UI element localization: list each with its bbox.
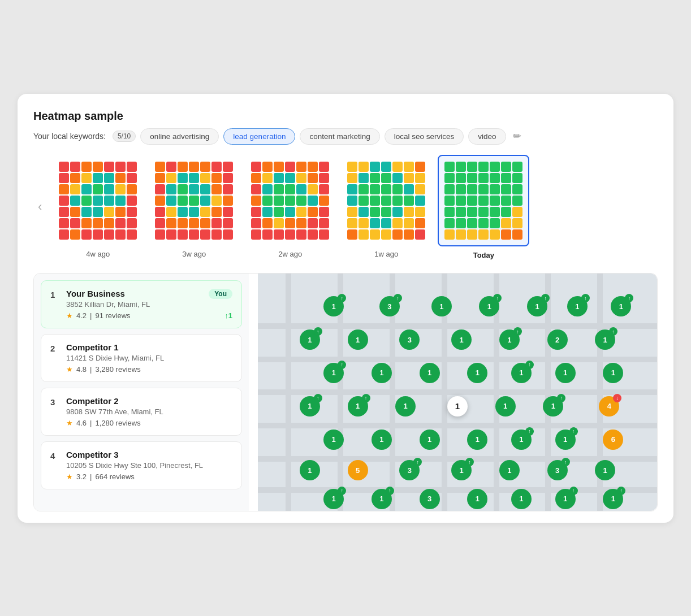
- map-pin[interactable]: 1: [603, 363, 623, 383]
- map-pin[interactable]: 1: [372, 430, 392, 450]
- keyword-chip-local-seo-services[interactable]: local seo services: [385, 128, 464, 145]
- heatmap-cell: [274, 162, 284, 172]
- map-pin[interactable]: 3: [399, 329, 420, 350]
- arrow-up-icon: ↑: [386, 487, 394, 495]
- map-pin[interactable]: 1: [595, 460, 615, 480]
- map-pin[interactable]: 1↑: [499, 329, 520, 350]
- map-pin[interactable]: 1: [495, 396, 516, 417]
- heatmap-cell: [415, 218, 425, 228]
- map-pin[interactable]: 1↑: [323, 296, 344, 316]
- heatmap-cell: [444, 184, 455, 194]
- map-pin[interactable]: 1↑: [527, 296, 547, 316]
- map-pin[interactable]: 1↑: [323, 489, 344, 509]
- map-pin[interactable]: 1↑: [323, 363, 344, 383]
- keyword-chip-content-marketing[interactable]: content marketing: [300, 128, 379, 145]
- map-pin[interactable]: 1↑: [300, 329, 320, 350]
- map-pin[interactable]: 1↑: [451, 460, 472, 480]
- map-pin[interactable]: 1↑: [595, 329, 615, 350]
- map-pin-circle: 6: [603, 430, 623, 450]
- heatmap-cell: [59, 207, 69, 217]
- map-pin[interactable]: 1↑: [511, 430, 532, 450]
- arrow-up-icon: ↑: [617, 487, 625, 495]
- competitor-1-card[interactable]: 2 Competitor 1 11421 S Dixie Hwy, Miami,…: [41, 334, 242, 382]
- heatmap-cell: [308, 162, 318, 172]
- map-pin[interactable]: 6: [603, 430, 623, 450]
- map-pin[interactable]: 1↑: [511, 363, 532, 383]
- map-pin[interactable]: 1: [372, 363, 392, 383]
- map-pin[interactable]: 1↑: [555, 489, 576, 509]
- heatmap-cell: [262, 218, 273, 228]
- heatmap-cell: [70, 207, 80, 217]
- prev-arrow[interactable]: ‹: [33, 197, 46, 216]
- your-business-reviews: 91 reviews: [95, 311, 130, 320]
- map-pin[interactable]: 2: [547, 329, 568, 350]
- heatmap-cell: [512, 162, 522, 172]
- keyword-chip-online-advertising[interactable]: online advertising: [140, 128, 219, 145]
- edit-keywords-icon[interactable]: ✏: [513, 130, 521, 142]
- your-business-card[interactable]: 1 Your Business You 3852 Killian Dr, Mia…: [41, 280, 242, 328]
- map-pin[interactable]: 1↑: [372, 489, 392, 509]
- map-pin[interactable]: 1: [420, 430, 440, 450]
- arrow-up-icon: ↑: [562, 458, 570, 466]
- map-pin[interactable]: 4↓: [599, 396, 619, 417]
- heatmap-cell: [104, 196, 114, 206]
- map-pin[interactable]: 3↑: [547, 460, 568, 480]
- your-business-info: Your Business You 3852 Killian Dr, Miami…: [66, 289, 232, 320]
- competitor-3-card[interactable]: 4 Competitor 3 10205 S Dixie Hwy Ste 100…: [41, 441, 242, 489]
- heatmap-label-2w: 2w ago: [278, 250, 302, 258]
- heatmap-cell: [223, 218, 233, 228]
- heatmap-4w[interactable]: 4w ago: [53, 156, 142, 258]
- heatmap-today[interactable]: Today: [438, 155, 529, 259]
- heatmap-1w[interactable]: 1w ago: [342, 156, 431, 258]
- map-pin[interactable]: 1↑: [348, 396, 368, 417]
- map-pin[interactable]: 1: [467, 430, 487, 450]
- heatmap-cell: [285, 207, 295, 217]
- map-pin[interactable]: 1: [420, 363, 440, 383]
- map-pin[interactable]: 1↑: [567, 296, 588, 316]
- heatmap-cell: [59, 218, 69, 228]
- heatmap-cell: [404, 196, 414, 206]
- map-pin-circle: 1↑: [527, 296, 547, 316]
- map-pin[interactable]: 1: [395, 396, 416, 417]
- map-pin[interactable]: 1↑: [479, 296, 499, 316]
- map-pin[interactable]: 3↑: [399, 460, 420, 480]
- heatmap-cell: [456, 207, 466, 217]
- map-pin[interactable]: 1↑: [611, 296, 631, 316]
- heatmap-2w[interactable]: 2w ago: [245, 156, 335, 258]
- map-pin[interactable]: 1: [300, 460, 320, 480]
- heatmap-cell: [392, 162, 403, 172]
- heatmap-cell: [404, 184, 414, 194]
- map-pin[interactable]: 3↑: [379, 296, 400, 316]
- heatmap-cell: [370, 184, 380, 194]
- map-pin[interactable]: 1: [447, 396, 468, 417]
- map-pin[interactable]: 1↑: [603, 489, 623, 509]
- arrow-up-icon: ↑: [394, 294, 402, 302]
- map-pin[interactable]: 1: [511, 489, 532, 509]
- competitor-2-card[interactable]: 3 Competitor 2 9808 SW 77th Ave, Miami, …: [41, 388, 242, 436]
- map-pin[interactable]: 1: [431, 296, 452, 316]
- map-pin[interactable]: 3: [420, 489, 440, 509]
- map-pin[interactable]: 1↑: [555, 430, 576, 450]
- bottom-section: 1 Your Business You 3852 Killian Dr, Mia…: [33, 273, 658, 511]
- map-pin[interactable]: 1: [555, 363, 576, 383]
- map-pin[interactable]: 1↑: [300, 396, 320, 417]
- competitor-3-name: Competitor 3: [66, 450, 232, 459]
- heatmap-3w[interactable]: 3w ago: [149, 156, 239, 258]
- map-pin[interactable]: 1↑: [543, 396, 563, 417]
- map-pin[interactable]: 1: [467, 489, 487, 509]
- map-pin[interactable]: 5: [348, 460, 368, 480]
- map-pin[interactable]: 1: [499, 460, 520, 480]
- keyword-chip-video[interactable]: video: [468, 128, 506, 145]
- map-pin[interactable]: 1: [467, 363, 487, 383]
- map-pin[interactable]: 1: [323, 430, 344, 450]
- heatmap-cell: [415, 196, 425, 206]
- keywords-count: 5/10: [113, 131, 136, 142]
- heatmap-cell: [200, 162, 210, 172]
- keyword-chip-lead-generation[interactable]: lead generation: [223, 128, 295, 145]
- heatmap-cell: [444, 218, 455, 228]
- map-pin[interactable]: 1: [348, 329, 368, 350]
- competitor-3-address: 10205 S Dixie Hwy Ste 100, Pinecrest, FL: [66, 461, 232, 470]
- keywords-row: Your local keywords: 5/10 online adverti…: [33, 128, 658, 145]
- map-pin[interactable]: 1: [451, 329, 472, 350]
- map-pin-circle: 1↑: [499, 329, 520, 350]
